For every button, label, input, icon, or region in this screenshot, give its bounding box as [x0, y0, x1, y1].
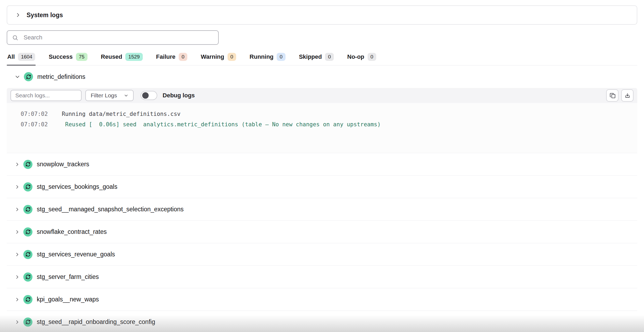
search-icon — [12, 35, 18, 41]
sync-icon — [23, 318, 32, 327]
status-tab[interactable]: Skipped 0 — [298, 53, 334, 65]
log-timestamp: 07:07:02 — [21, 121, 48, 128]
system-logs-section[interactable]: System logs — [7, 5, 637, 25]
log-timestamp: 07:07:02 — [21, 111, 48, 117]
run-row[interactable]: stg_server_farm_cities — [7, 266, 637, 288]
tab-label: Warning — [201, 53, 224, 60]
tab-label: Failure — [156, 53, 175, 60]
log-output[interactable]: 07:07:02Running data/metric_definitions.… — [7, 103, 637, 153]
run-row[interactable]: snowplow_trackers — [7, 153, 637, 176]
chevron-down-icon[interactable] — [15, 74, 20, 79]
sync-icon — [23, 160, 32, 169]
log-line: 07:07:02 Reused [ 0.06s] seed analytics.… — [21, 119, 637, 130]
tab-label: Skipped — [299, 53, 322, 60]
chevron-right-icon[interactable] — [15, 12, 21, 18]
download-icon — [624, 93, 631, 99]
tab-label: All — [7, 53, 15, 60]
tab-count-badge: 0 — [325, 53, 334, 61]
sync-icon — [23, 272, 32, 282]
tab-label: Success — [49, 53, 72, 60]
run-name: snowflake_contract_rates — [37, 228, 107, 235]
tab-count-badge: 0 — [368, 53, 376, 61]
run-name: stg_server_farm_cities — [37, 273, 99, 281]
status-tabs: All 1604 Success 75 Reused 1529 Failure … — [7, 53, 637, 65]
filter-logs-dropdown[interactable]: Filter Logs — [85, 90, 134, 101]
chevron-right-icon[interactable] — [15, 252, 20, 257]
debug-logs-toggle[interactable] — [141, 91, 157, 100]
sync-icon — [24, 72, 33, 81]
status-tab[interactable]: Running 0 — [249, 53, 286, 65]
sync-icon — [23, 182, 32, 191]
tab-label: Running — [250, 53, 273, 60]
status-tab[interactable]: Reused 1529 — [100, 53, 143, 65]
log-message: Reused [ 0.06s] seed analytics.metric_de… — [62, 121, 380, 128]
log-message: Running data/metric_definitions.csv — [62, 111, 181, 117]
expanded-run-row[interactable]: metric_definitions — [7, 65, 637, 88]
search-box[interactable] — [7, 30, 219, 45]
tab-count-badge: 1604 — [18, 53, 35, 61]
status-tab[interactable]: No-op 0 — [347, 53, 377, 65]
chevron-right-icon[interactable] — [15, 230, 20, 234]
run-name: stg_seed__rapid_onboarding_score_config — [37, 318, 155, 326]
chevron-right-icon[interactable] — [15, 320, 20, 324]
chevron-right-icon[interactable] — [15, 162, 20, 167]
log-search-input[interactable] — [10, 90, 82, 101]
run-row[interactable]: stg_services_bookings_goals — [7, 176, 637, 198]
log-panel: Filter Logs Debug logs 07:07:02Running d… — [7, 88, 637, 153]
tab-count-badge: 0 — [179, 53, 188, 61]
system-logs-title: System logs — [27, 12, 63, 19]
run-name: snowplow_trackers — [37, 161, 89, 168]
run-name: metric_definitions — [37, 73, 85, 80]
tab-count-badge: 75 — [76, 53, 87, 61]
chevron-right-icon[interactable] — [15, 185, 20, 189]
run-row[interactable]: stg_seed__rapid_onboarding_score_config — [7, 311, 637, 332]
tab-count-badge: 0 — [228, 53, 236, 61]
sync-icon — [23, 250, 32, 259]
page: System logs All 1604 Success 75 Reused 1… — [0, 5, 644, 332]
run-row[interactable]: kpi_goals__new_waps — [7, 288, 637, 311]
run-name: stg_services_bookings_goals — [37, 183, 117, 190]
tab-count-badge: 0 — [277, 53, 286, 61]
sync-icon — [23, 227, 32, 237]
run-row[interactable]: snowflake_contract_rates — [7, 221, 637, 243]
sync-icon — [23, 205, 32, 214]
filter-logs-label: Filter Logs — [91, 92, 117, 99]
tab-count-badge: 1529 — [125, 53, 142, 61]
tab-label: No-op — [347, 53, 364, 60]
status-tab[interactable]: Warning 0 — [200, 53, 237, 65]
chevron-right-icon[interactable] — [15, 297, 20, 302]
chevron-down-icon — [124, 93, 128, 98]
download-logs-button[interactable] — [621, 89, 634, 102]
run-name: stg_seed__managed_snapshot_selection_exc… — [37, 206, 184, 213]
copy-icon — [609, 93, 616, 99]
debug-logs-label: Debug logs — [163, 92, 195, 99]
copy-logs-button[interactable] — [606, 89, 619, 102]
status-tab[interactable]: All 1604 — [7, 53, 36, 65]
run-name: stg_services_revenue_goals — [37, 251, 115, 258]
log-toolbar: Filter Logs Debug logs — [7, 88, 637, 103]
tab-label: Reused — [101, 53, 122, 60]
run-name: kpi_goals__new_waps — [37, 296, 99, 303]
run-row[interactable]: stg_services_revenue_goals — [7, 243, 637, 266]
run-list: snowplow_trackers stg_services_bookings_… — [7, 153, 637, 332]
log-line: 07:07:02Running data/metric_definitions.… — [21, 109, 637, 119]
chevron-right-icon[interactable] — [15, 275, 20, 279]
chevron-right-icon[interactable] — [15, 207, 20, 212]
run-row[interactable]: stg_seed__managed_snapshot_selection_exc… — [7, 198, 637, 221]
search-input[interactable] — [24, 34, 213, 41]
sync-icon — [23, 295, 32, 304]
toggle-knob — [142, 92, 149, 99]
status-tab[interactable]: Success 75 — [48, 53, 88, 65]
status-tab[interactable]: Failure 0 — [156, 53, 188, 65]
